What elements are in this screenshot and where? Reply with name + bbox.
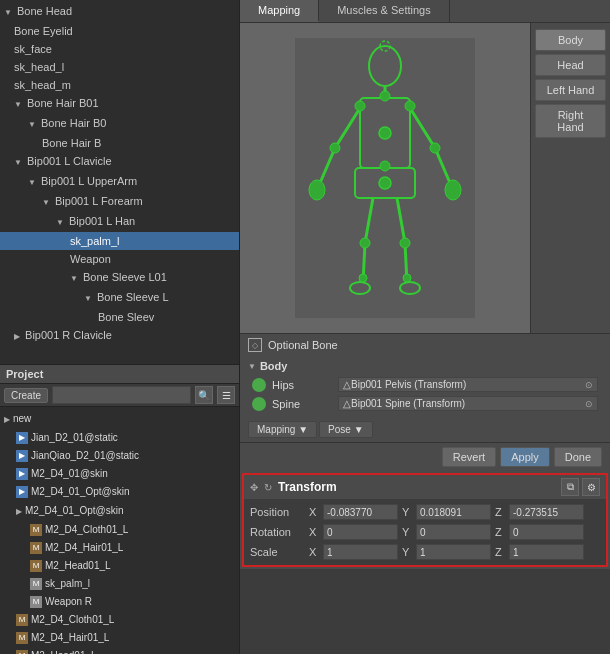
expand-icon-bone-hair-b01 <box>14 97 24 109</box>
proj-item-hair01-l2[interactable]: M M2_D4_Hair01_L <box>0 629 239 647</box>
proj-item-m2-d4-skin-top[interactable]: ▶ M2_D4_01@skin <box>0 465 239 483</box>
tree-item-weapon[interactable]: Weapon <box>0 250 239 268</box>
filter-icon-btn[interactable]: ☰ <box>217 386 235 404</box>
tree-label-bone-head: Bone Head <box>17 5 72 17</box>
spine-value-field[interactable]: △Bip001 Spine (Transform) ⊙ <box>338 396 598 411</box>
scale-z-input[interactable] <box>509 544 584 560</box>
tab-muscles[interactable]: Muscles & Settings <box>319 0 450 22</box>
main-area: Bone Head Bone Eyelid sk_face sk_head_l … <box>0 0 610 654</box>
body-button[interactable]: Body <box>535 29 606 51</box>
proj-label-head01-l: M2_Head01_L <box>45 558 111 574</box>
tree-item-bone-head[interactable]: Bone Head <box>0 2 239 22</box>
tree-item-bone-hair-b01[interactable]: Bone Hair B01 <box>0 94 239 114</box>
head-button[interactable]: Head <box>535 54 606 76</box>
scale-x-input[interactable] <box>323 544 398 560</box>
tree-label-sleeve-l01: Bone Sleeve L01 <box>83 271 167 283</box>
search-icon-btn[interactable]: 🔍 <box>195 386 213 404</box>
hips-value-field[interactable]: △Bip001 Pelvis (Transform) ⊙ <box>338 377 598 392</box>
hips-row: Hips △Bip001 Pelvis (Transform) ⊙ <box>248 375 602 394</box>
transform-copy-btn[interactable]: ⧉ <box>561 478 579 496</box>
tree-label-sleeve-l: Bone Sleeve L <box>97 291 169 303</box>
body-section: ▼ Body Hips △Bip001 Pelvis (Transform) ⊙… <box>240 356 610 417</box>
rotation-z-input[interactable] <box>509 524 584 540</box>
tab-muscles-label: Muscles & Settings <box>337 4 431 16</box>
avatar-tabs: Mapping Muscles & Settings <box>240 0 610 23</box>
tree-item-bone-sleeve-l01[interactable]: Bone Sleeve L01 <box>0 268 239 288</box>
proj-item-jianqiao-d2[interactable]: ▶ JianQiao_D2_01@static <box>0 447 239 465</box>
avatar-buttons: Body Head Left Hand Right Hand <box>530 23 610 333</box>
tab-mapping[interactable]: Mapping <box>240 0 319 22</box>
tree-item-bone-hair-b02[interactable]: Bone Hair B0 <box>0 114 239 134</box>
tree-label-bone-hair-b: Bone Hair B <box>42 137 101 149</box>
transform-settings-btn[interactable]: ⚙ <box>582 478 600 496</box>
tree-label-clavicle: Bip001 L Clavicle <box>27 155 112 167</box>
revert-button[interactable]: Revert <box>442 447 496 467</box>
proj-label-cloth01-l2: M2_D4_Cloth01_L <box>31 612 114 628</box>
proj-item-head01-l[interactable]: M M2_Head01_L <box>0 557 239 575</box>
tree-item-sk-head-l[interactable]: sk_head_l <box>0 58 239 76</box>
transform-header: ✥ ↻ Transform ⧉ ⚙ <box>244 475 606 499</box>
tree-item-bone-eyelid[interactable]: Bone Eyelid <box>0 22 239 40</box>
optional-bone-icon: ◇ <box>248 338 262 352</box>
mapping-dropdown-btn[interactable]: Mapping ▼ <box>248 421 317 438</box>
scale-z-axis: Z <box>495 546 507 558</box>
transform-title: Transform <box>278 480 337 494</box>
tree-item-bone-sleeve-l[interactable]: Bone Sleeve L <box>0 288 239 308</box>
search-input[interactable] <box>52 386 191 404</box>
position-x-input[interactable] <box>323 504 398 520</box>
proj-item-head01-l2[interactable]: M M2_Head01_L <box>0 647 239 654</box>
position-x-axis: X <box>309 506 321 518</box>
svg-point-28 <box>359 274 367 282</box>
position-y-axis: Y <box>402 506 414 518</box>
file-icon-jian-d2: ▶ <box>16 432 28 444</box>
file-icon-cloth01-l: M <box>30 524 42 536</box>
rotation-y-input[interactable] <box>416 524 491 540</box>
done-button[interactable]: Done <box>554 447 602 467</box>
right-panel: Mapping Muscles & Settings <box>240 0 610 654</box>
tree-item-sk-face[interactable]: sk_face <box>0 40 239 58</box>
proj-item-weapon-r[interactable]: M Weapon R <box>0 593 239 611</box>
transform-rows: Position X Y Z <box>244 499 606 565</box>
create-button[interactable]: Create <box>4 388 48 403</box>
apply-button[interactable]: Apply <box>500 447 550 467</box>
rotation-x-input[interactable] <box>323 524 398 540</box>
proj-item-jian-d2[interactable]: ▶ Jian_D2_01@static <box>0 429 239 447</box>
scale-y-input[interactable] <box>416 544 491 560</box>
proj-item-hair01-l[interactable]: M M2_D4_Hair01_L <box>0 539 239 557</box>
proj-label-jianqiao-d2: JianQiao_D2_01@static <box>31 448 139 464</box>
proj-item-new[interactable]: new <box>0 409 239 429</box>
tree-item-bip001-r-clavicle[interactable]: Bip001 R Clavicle <box>0 326 239 346</box>
position-z-input[interactable] <box>509 504 584 520</box>
file-icon-hair01-l: M <box>30 542 42 554</box>
left-hand-button[interactable]: Left Hand <box>535 79 606 101</box>
proj-item-m2-d4-opt-skin[interactable]: M2_D4_01_Opt@skin <box>0 501 239 521</box>
project-list[interactable]: new ▶ Jian_D2_01@static ▶ JianQiao_D2_01… <box>0 407 239 654</box>
proj-label-weapon-r: Weapon R <box>45 594 92 610</box>
file-icon-sk-palm-l: M <box>30 578 42 590</box>
rotation-x-field: X <box>309 524 398 540</box>
proj-item-cloth01-l[interactable]: M M2_D4_Cloth01_L <box>0 521 239 539</box>
svg-point-10 <box>445 180 461 200</box>
tree-item-bip001-l-clavicle[interactable]: Bip001 L Clavicle <box>0 152 239 172</box>
proj-item-m2-d4-01[interactable]: ▶ M2_D4_01_Opt@skin <box>0 483 239 501</box>
position-y-input[interactable] <box>416 504 491 520</box>
tree-item-bone-sleeve[interactable]: Bone Sleev <box>0 308 239 326</box>
proj-item-sk-palm-l[interactable]: M sk_palm_l <box>0 575 239 593</box>
tree-item-upperarm[interactable]: Bip001 L UpperArm <box>0 172 239 192</box>
optional-bone-row: ◇ Optional Bone <box>240 334 610 356</box>
scale-label: Scale <box>250 546 305 558</box>
body-section-header: ▼ Body <box>248 360 602 372</box>
tree-item-forearm[interactable]: Bip001 L Forearm <box>0 192 239 212</box>
right-hand-button[interactable]: Right Hand <box>535 104 606 138</box>
tree-item-sk-palm-l[interactable]: sk_palm_l <box>0 232 239 250</box>
scale-x-axis: X <box>309 546 321 558</box>
tree-item-hand[interactable]: Bip001 L Han <box>0 212 239 232</box>
pose-dropdown-btn[interactable]: Pose ▼ <box>319 421 372 438</box>
tree-item-sk-head-m[interactable]: sk_head_m <box>0 76 239 94</box>
tab-mapping-label: Mapping <box>258 4 300 16</box>
rotation-row: Rotation X Y Z <box>250 522 600 542</box>
proj-item-cloth01-l2[interactable]: M M2_D4_Cloth01_L <box>0 611 239 629</box>
hierarchy-tree[interactable]: Bone Head Bone Eyelid sk_face sk_head_l … <box>0 0 239 364</box>
avatar-bottom: ◇ Optional Bone ▼ Body Hips △Bip001 Pelv… <box>240 333 610 569</box>
tree-item-bone-hair-b[interactable]: Bone Hair B <box>0 134 239 152</box>
